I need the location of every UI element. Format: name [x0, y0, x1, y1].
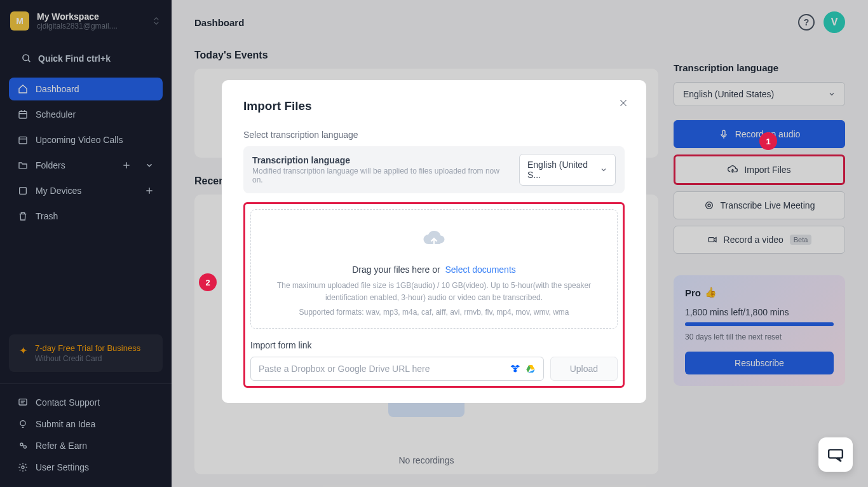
- upload-callout: Drag your files here or Select documents…: [243, 202, 625, 388]
- import-files-modal: Import Files Select transcription langua…: [222, 80, 646, 403]
- modal-language-value: English (United S...: [527, 160, 593, 180]
- link-url-input[interactable]: [259, 364, 505, 374]
- modal-subtitle: Select transcription language: [243, 130, 625, 140]
- chevron-down-icon: [600, 166, 607, 174]
- drop-drag-text: Drag your files here or: [352, 264, 440, 275]
- modal-language-desc: Modified transcription language will be …: [252, 167, 510, 184]
- modal-language-select[interactable]: English (United S...: [519, 154, 616, 186]
- modal-language-row: Transcription language Modified transcri…: [243, 146, 625, 193]
- modal-title: Import Files: [243, 99, 625, 113]
- chat-bubble-icon: [827, 446, 844, 463]
- drop-formats: Supported formats: wav, mp3, m4a, caf, a…: [264, 308, 604, 317]
- file-dropzone[interactable]: Drag your files here or Select documents…: [250, 209, 618, 329]
- close-button[interactable]: [616, 95, 631, 111]
- select-documents-link[interactable]: Select documents: [445, 264, 516, 275]
- import-link-label: Import form link: [250, 340, 618, 350]
- link-url-input-wrap: [250, 357, 544, 381]
- google-drive-icon: [526, 364, 536, 374]
- modal-language-label: Transcription language: [252, 155, 510, 165]
- close-icon: [619, 99, 628, 107]
- annotation-marker-1: 1: [759, 132, 777, 150]
- chat-launcher[interactable]: [818, 437, 853, 472]
- cloud-upload-icon: [420, 229, 448, 252]
- dropbox-icon: [510, 364, 520, 374]
- upload-button[interactable]: Upload: [550, 357, 618, 381]
- drop-description: The maximum uploaded file size is 1GB(au…: [264, 280, 604, 304]
- annotation-marker-2: 2: [199, 273, 217, 291]
